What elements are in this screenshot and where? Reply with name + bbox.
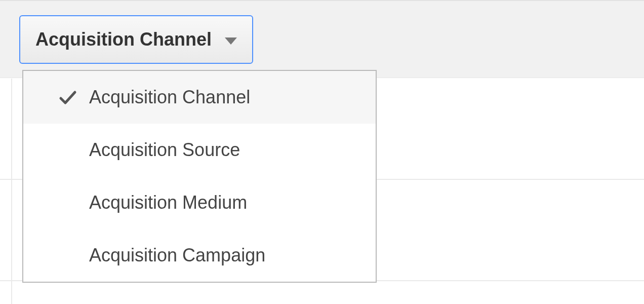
row-stub [0,180,12,280]
dropdown-option-acquisition-medium[interactable]: Acquisition Medium [23,176,376,229]
dropdown-option-label: Acquisition Medium [89,192,247,213]
dimension-dropdown: Acquisition Channel Acquisition Source A… [22,70,377,283]
dimension-select-label: Acquisition Channel [35,29,212,50]
dimension-select-button[interactable]: Acquisition Channel [19,15,253,64]
dropdown-option-acquisition-campaign[interactable]: Acquisition Campaign [23,229,376,282]
toolbar: Acquisition Channel [0,0,644,78]
check-icon [57,86,79,108]
row-stub [0,281,12,304]
table-row [0,281,644,304]
dropdown-option-acquisition-channel[interactable]: Acquisition Channel [23,71,376,124]
row-stub [0,79,12,179]
dropdown-option-label: Acquisition Source [89,139,240,161]
dropdown-option-acquisition-source[interactable]: Acquisition Source [23,124,376,176]
dropdown-option-label: Acquisition Channel [89,87,250,108]
dropdown-option-label: Acquisition Campaign [89,245,265,266]
chevron-down-icon [225,37,237,45]
